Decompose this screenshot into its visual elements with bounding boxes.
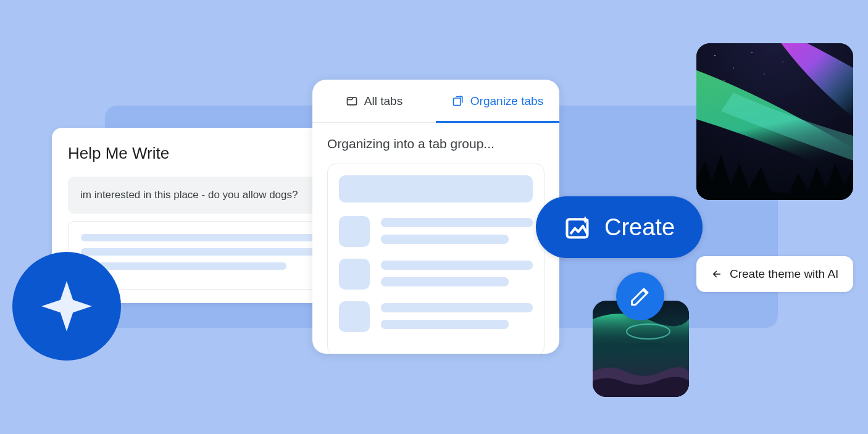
tab-group-preview [327, 164, 545, 354]
sparkle-icon [36, 276, 97, 336]
tab-all-tabs[interactable]: All tabs [312, 80, 436, 122]
svg-point-5 [733, 67, 733, 68]
skeleton-tab-item [339, 216, 533, 251]
tabs-header: All tabs Organize tabs [312, 80, 559, 123]
edit-badge[interactable] [616, 272, 664, 320]
theme-chip-label: Create theme with AI [730, 267, 838, 281]
skeleton-line [381, 320, 509, 329]
skeleton-line [381, 303, 533, 312]
help-me-write-title: Help Me Write [68, 144, 344, 163]
create-button[interactable]: Create [536, 196, 703, 258]
svg-point-9 [764, 74, 765, 75]
help-me-write-input[interactable]: im interested in this place - do you all… [68, 177, 344, 214]
skeleton-group-header [339, 175, 533, 202]
svg-point-6 [751, 52, 752, 52]
image-sparkle-icon [564, 214, 591, 241]
tab-organize-tabs[interactable]: Organize tabs [436, 80, 559, 122]
organize-tabs-card: All tabs Organize tabs Organizing into a… [312, 80, 559, 354]
skeleton-tab-item [339, 301, 533, 336]
skeleton-thumbnail [339, 259, 370, 290]
tab-organize-label: Organize tabs [470, 94, 543, 108]
svg-rect-1 [453, 98, 461, 106]
svg-point-4 [714, 55, 716, 56]
organize-tabs-icon [452, 95, 464, 107]
skeleton-line [81, 248, 327, 256]
skeleton-thumbnail [339, 216, 370, 247]
tab-icon [346, 95, 358, 107]
skeleton-thumbnail [339, 301, 370, 332]
create-theme-chip[interactable]: Create theme with AI [696, 256, 853, 292]
skeleton-tab-item [339, 259, 533, 294]
skeleton-line [81, 262, 286, 270]
skeleton-line [381, 277, 509, 286]
svg-point-8 [724, 80, 724, 80]
aurora-image-large [696, 43, 853, 200]
organize-status: Organizing into a tab group... [327, 136, 545, 151]
arrow-left-icon [711, 269, 722, 280]
organize-body: Organizing into a tab group... [312, 123, 559, 354]
svg-point-7 [783, 62, 783, 62]
skeleton-line [381, 261, 533, 270]
pencil-icon [629, 285, 651, 307]
tab-all-label: All tabs [364, 94, 403, 108]
skeleton-line [381, 235, 509, 244]
ai-sparkle-badge [12, 252, 121, 361]
skeleton-line [381, 218, 533, 227]
skeleton-line [81, 234, 332, 241]
create-button-label: Create [604, 214, 675, 241]
